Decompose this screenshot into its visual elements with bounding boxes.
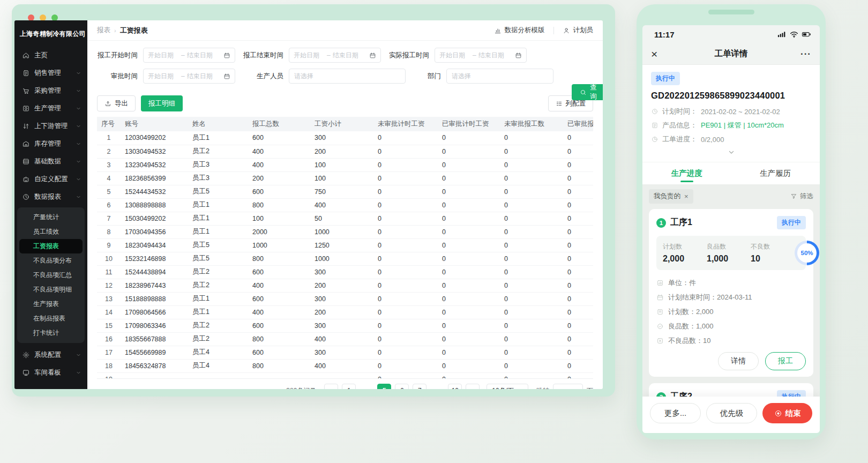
page-button[interactable]: 6 — [395, 384, 409, 389]
table-row[interactable]: 313230494532员工34001000000 — [97, 158, 593, 171]
table-row[interactable]: 1115244438894员工26003000000 — [97, 265, 593, 279]
submenu-item[interactable]: 不良品项分布 — [19, 253, 83, 268]
more-actions-button[interactable]: 更多... — [650, 403, 701, 423]
sidebar-item[interactable]: 上下游管理 — [14, 117, 87, 135]
page-button[interactable]: 5 — [377, 384, 391, 389]
date-range-input[interactable]: 开始日期 – 结束日期 — [143, 48, 235, 63]
table-header-cell[interactable]: 未审批计时工资 — [373, 117, 438, 131]
table-row[interactable]: 1015232146898员工580010000000 — [97, 252, 593, 265]
table-row[interactable]: 918230494434员工5100012500000 — [97, 238, 593, 252]
order-info-line: 产品信息： PE901 | 煤管 | 10cm*20cm — [651, 118, 811, 132]
page-size-select[interactable]: 10条/页 — [487, 384, 528, 389]
page-button[interactable]: › — [466, 384, 480, 389]
date-range-input[interactable]: 开始日期 – 结束日期 — [289, 48, 381, 63]
close-icon[interactable]: × — [651, 48, 657, 59]
table-row[interactable]: 1218238967443员工24002000000 — [97, 279, 593, 292]
table-row[interactable]: 190000 — [97, 372, 593, 379]
producer-select[interactable]: 请选择 — [289, 69, 406, 84]
search-button[interactable]: 查询 — [572, 84, 603, 100]
user-menu[interactable]: 计划员 — [563, 26, 594, 35]
table-row[interactable]: 213030494532员工24002000000 — [97, 145, 593, 158]
table-cell: 0 — [373, 359, 438, 372]
stats-columns: 计划数 2,000 良品数 1,000 不良数 — [663, 242, 795, 264]
export-button-label: 导出 — [115, 99, 128, 108]
table-row[interactable]: 613088898888员工18004000000 — [97, 198, 593, 212]
unit-icon — [656, 279, 664, 287]
page-button[interactable]: 7 — [413, 384, 426, 389]
table-row[interactable]: 1517098063346员工26003000000 — [97, 319, 593, 332]
chevron-down-icon — [76, 194, 81, 200]
canvas: 上海奇精制冷有限公司 主页 销售管理 — [0, 0, 868, 463]
sidebar-item[interactable]: 主页 — [14, 47, 87, 64]
table-row[interactable]: 715030499202员工1100500000 — [97, 212, 593, 225]
table-cell: 0 — [438, 225, 500, 238]
department-select[interactable]: 请选择 — [446, 69, 553, 84]
table-header-cell[interactable]: 工资小计 — [310, 117, 373, 131]
table-header-cell[interactable]: 账号 — [121, 117, 188, 131]
table-cell: 员工4 — [188, 346, 248, 359]
table-header-cell[interactable]: 已审批计时工资 — [438, 117, 500, 131]
table-cell: 100 — [310, 158, 373, 171]
tab[interactable]: 生产进度 — [642, 162, 731, 184]
table-header-cell[interactable]: 姓名 — [188, 117, 248, 131]
sidebar-item[interactable]: 车间看板 — [14, 364, 87, 382]
filter-button[interactable]: 筛选 — [790, 192, 813, 201]
sidebar-item[interactable]: 生产管理 — [14, 100, 87, 117]
page-button[interactable]: 10 — [448, 384, 462, 389]
finish-button[interactable]: 结束 — [762, 403, 812, 423]
stat-value: 2,000 — [663, 254, 707, 264]
chip-remove-icon[interactable]: × — [684, 193, 689, 200]
data-analysis-template-link[interactable]: 数据分析模版 — [494, 26, 545, 35]
page-button[interactable]: 1 — [342, 384, 356, 389]
page-button[interactable]: ··· — [360, 384, 373, 389]
table-row[interactable]: 515244434532员工56007500000 — [97, 185, 593, 198]
sidebar-item[interactable]: 数据报表 — [14, 188, 87, 206]
table-row[interactable]: 112030499202员工16003000000 — [97, 131, 593, 145]
table-row[interactable]: 1417098064566员工14002000000 — [97, 305, 593, 319]
sidebar-item[interactable]: 系统配置 — [14, 346, 87, 364]
order-expander[interactable] — [651, 146, 811, 160]
table-cell: 0 — [373, 145, 438, 158]
sidebar: 上海奇精制冷有限公司 主页 销售管理 — [14, 20, 87, 389]
table-row[interactable]: 418236856399员工32001000000 — [97, 171, 593, 185]
priority-button[interactable]: 优先级 — [706, 403, 757, 423]
table-row[interactable]: 1715455669989员工46003000000 — [97, 346, 593, 359]
table-header-cell[interactable]: 未审批报工数 — [500, 117, 563, 131]
table-cell: 600 — [248, 185, 310, 198]
my-responsibility-chip[interactable]: 我负责的 × — [649, 189, 693, 204]
submenu-item[interactable]: 不良品项汇总 — [19, 268, 83, 282]
table-row[interactable]: 1818456324878员工48004000000 — [97, 359, 593, 372]
detail-button[interactable]: 详情 — [718, 352, 759, 370]
table-row[interactable]: 1315188898888员工16003000000 — [97, 292, 593, 305]
more-icon[interactable]: ··· — [800, 49, 811, 59]
filter-row-2: 审批时间 开始日期 – 结束日期 生产人员 请选择 — [97, 69, 593, 84]
page-button[interactable]: ‹ — [324, 384, 338, 389]
sidebar-item[interactable]: 自定义配置 — [14, 170, 87, 188]
date-range-input[interactable]: 开始日期 – 结束日期 — [435, 48, 527, 63]
page-button[interactable]: ··· — [430, 384, 444, 389]
table-header-cell[interactable]: 已审批报工数 — [563, 117, 593, 131]
sidebar-item[interactable]: 采购管理 — [14, 82, 87, 100]
table-row[interactable]: 1618355667888员工28004000000 — [97, 332, 593, 346]
submenu-item[interactable]: 工资报表 — [19, 239, 83, 253]
jump-page-input[interactable] — [553, 384, 583, 389]
export-button[interactable]: 导出 — [97, 95, 136, 111]
submenu-item[interactable]: 在制品报表 — [19, 311, 83, 326]
table-cell: 600 — [248, 292, 310, 305]
submenu-item[interactable]: 产量统计 — [19, 210, 83, 225]
tab[interactable]: 生产履历 — [731, 162, 820, 184]
table-row[interactable]: 817030494356员工1200010000000 — [97, 225, 593, 238]
table-header-cell[interactable]: 序号 — [97, 117, 121, 131]
submenu-item[interactable]: 员工绩效 — [19, 225, 83, 239]
sidebar-item[interactable]: 库存管理 — [14, 135, 87, 153]
submenu-item[interactable]: 生产报表 — [19, 297, 83, 311]
breadcrumb-parent[interactable]: 报表 — [97, 26, 110, 35]
table-header-cell[interactable]: 报工总数 — [248, 117, 310, 131]
report-work-button[interactable]: 报工 — [765, 352, 806, 370]
submenu-item[interactable]: 不良品项明细 — [19, 282, 83, 297]
date-range-input[interactable]: 开始日期 – 结束日期 — [143, 69, 235, 84]
sidebar-item[interactable]: 基础数据 — [14, 153, 87, 170]
report-detail-button[interactable]: 报工明细 — [141, 95, 183, 111]
sidebar-item[interactable]: 销售管理 — [14, 64, 87, 82]
submenu-item[interactable]: 打卡统计 — [19, 326, 83, 340]
